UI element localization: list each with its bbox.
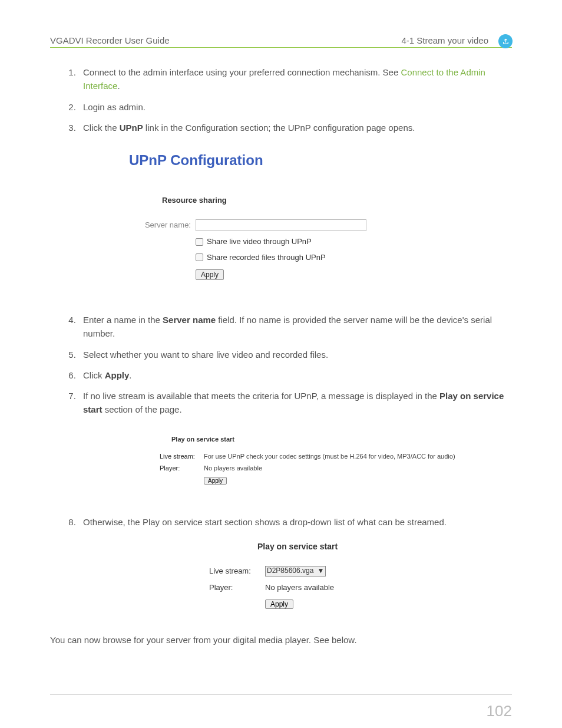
upnp-config-figure: UPnP Configuration Resource sharing Serv…: [129, 149, 512, 281]
step-7: If no live stream is available that meet…: [78, 389, 512, 486]
share-live-video-checkbox[interactable]: [196, 238, 203, 246]
step-4-text-a: Enter a name in the: [83, 315, 163, 325]
share-recorded-files-checkbox[interactable]: [196, 253, 203, 261]
play-service-heading-2: Play on service start: [209, 541, 386, 554]
step-3: Click the UPnP link in the Configuration…: [78, 121, 512, 281]
server-name-label: Server name:: [129, 219, 191, 231]
step-6-bold: Apply: [105, 370, 130, 380]
step-5: Select whether you want to share live vi…: [78, 348, 512, 361]
player-label-2: Player:: [209, 582, 265, 594]
share-live-video-label: Share live video through UPnP: [207, 236, 312, 248]
apply-button[interactable]: Apply: [196, 269, 224, 280]
page-number: 102: [487, 702, 512, 720]
step-3-text-a: Click the: [83, 123, 120, 133]
step-7-text-a: If no live stream is available that meet…: [83, 391, 439, 401]
apply-button-3[interactable]: Apply: [265, 599, 293, 609]
doc-title: VGADVI Recorder User Guide: [50, 35, 170, 45]
step-7-text-b: section of the page.: [103, 404, 182, 414]
live-stream-label-2: Live stream:: [209, 565, 265, 577]
live-stream-select-value: D2P85606.vga: [267, 565, 313, 577]
section-title: 4-1 Stream your video: [401, 35, 488, 45]
play-service-heading-1: Play on service start: [171, 434, 512, 444]
step-8: Otherwise, the Play on service start sec…: [78, 515, 512, 610]
footer: 102: [50, 694, 512, 720]
step-1-text-b: .: [117, 81, 120, 91]
share-icon[interactable]: [498, 34, 513, 48]
upnp-heading: UPnP Configuration: [129, 149, 512, 171]
play-service-no-stream-figure: Play on service start Live stream: For u…: [160, 434, 512, 486]
player-val-1: No players available: [204, 463, 262, 473]
live-stream-msg: For use UPnP check your codec settings (…: [204, 452, 455, 462]
step-8-text: Otherwise, the Play on service start sec…: [83, 517, 447, 527]
live-stream-label-1: Live stream:: [160, 452, 204, 462]
apply-button-2[interactable]: Apply: [204, 477, 227, 485]
step-6-text-a: Click: [83, 370, 105, 380]
server-name-input[interactable]: [196, 219, 366, 231]
step-6: Click Apply.: [78, 368, 512, 382]
step-3-bold: UPnP: [120, 123, 143, 133]
play-service-dropdown-figure: Play on service start Live stream: D2P85…: [209, 541, 386, 610]
step-3-text-b: link in the Configuration section; the U…: [143, 123, 415, 133]
chevron-down-icon: ▼: [317, 565, 324, 577]
player-val-2: No players available: [265, 582, 334, 594]
instruction-list: Connect to the admin interface using you…: [50, 65, 512, 610]
step-1: Connect to the admin interface using you…: [78, 65, 512, 93]
closing-text: You can now browse for your server from …: [50, 634, 512, 647]
page-header: VGADVI Recorder User Guide 4-1 Stream yo…: [50, 35, 512, 48]
step-2: Login as admin.: [78, 100, 512, 114]
step-1-text-a: Connect to the admin interface using you…: [83, 67, 401, 77]
live-stream-select[interactable]: D2P85606.vga ▼: [265, 566, 326, 577]
player-label-1: Player:: [160, 463, 204, 473]
step-4: Enter a name in the Server name field. I…: [78, 313, 512, 341]
step-6-text-b: .: [129, 370, 131, 380]
resource-sharing-heading: Resource sharing: [162, 195, 512, 206]
share-recorded-files-label: Share recorded files through UPnP: [207, 252, 326, 263]
step-4-bold: Server name: [163, 315, 216, 325]
